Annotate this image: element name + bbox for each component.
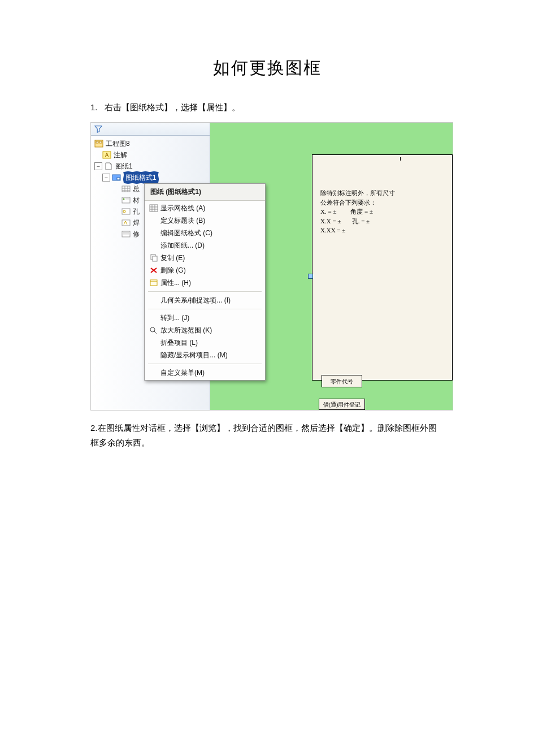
svg-point-21 — [150, 327, 155, 332]
note-token: X. = ± — [320, 208, 336, 215]
menu-collapse[interactable]: 折叠项目 (L) — [145, 336, 265, 349]
menu-item-label: 隐藏/显示树项目... (M) — [160, 351, 259, 360]
hole-table-icon — [121, 208, 131, 215]
table-icon — [121, 185, 131, 193]
properties-icon — [147, 279, 160, 287]
tick-mark — [400, 157, 401, 161]
menu-delete[interactable]: 删除 (G) — [145, 264, 265, 277]
menu-separator — [148, 364, 262, 364]
copy-icon — [147, 254, 160, 262]
menu-item-label: 几何关系/捕捉选项... (I) — [160, 296, 259, 305]
tree-root-label: 工程图8 — [106, 138, 130, 149]
bom-icon — [121, 196, 131, 204]
svg-rect-19 — [153, 256, 157, 261]
document-title: 如何更换图框 — [0, 0, 534, 102]
zoom-icon — [147, 326, 160, 334]
step-1-number: 1. — [90, 102, 98, 112]
menu-separator — [148, 291, 262, 292]
tree-sheet[interactable]: – 图纸1 — [94, 161, 207, 172]
screenshot: 工程图8 A 注解 – 图纸1 – 图纸格式1 总 材 — [90, 122, 453, 411]
tree-toolbar — [91, 123, 210, 136]
context-menu-group: 转到... (J) 放大所选范围 (K) 折叠项目 (L) 隐藏/显示树项目..… — [145, 310, 265, 362]
note-line: X.X = ± 孔. = ± — [320, 217, 445, 226]
context-menu-title: 图纸 (图纸格式1) — [145, 184, 265, 201]
tree-item-label: 材 — [133, 195, 140, 206]
format-icon — [112, 174, 121, 182]
origin-marker — [308, 274, 313, 279]
svg-rect-16 — [123, 234, 129, 235]
menu-hide-show[interactable]: 隐藏/显示树项目... (M) — [145, 349, 265, 361]
tree-item-label: 孔 — [133, 206, 140, 217]
svg-point-9 — [123, 198, 125, 200]
collapse-icon[interactable]: – — [94, 162, 102, 170]
note-line: 除特别标注明外，所有尺寸 — [320, 188, 445, 198]
menu-define-titleblock[interactable]: 定义标题块 (B) — [145, 214, 265, 227]
step-1: 1. 右击【图纸格式】，选择【属性】。 — [90, 102, 534, 113]
context-menu-group: 显示网格线 (A) 定义标题块 (B) 编辑图纸格式 (C) 添加图纸... (… — [145, 201, 265, 290]
svg-rect-10 — [125, 198, 129, 200]
drawing-icon — [94, 140, 103, 148]
menu-add-sheet[interactable]: 添加图纸... (D) — [145, 239, 265, 252]
menu-item-label: 添加图纸... (D) — [160, 241, 259, 250]
menu-zoom-selection[interactable]: 放大所选范围 (K) — [145, 324, 265, 336]
drawing-sheet: 除特别标注明外，所有尺寸 公差符合下列要求： X. = ± 角度 = ± X.X… — [312, 154, 453, 381]
tree-format-label: 图纸格式1 — [123, 171, 159, 184]
tree-item-label: 总 — [133, 183, 140, 195]
context-menu-group: 自定义菜单(M) — [145, 365, 265, 380]
menu-item-label: 复制 (E) — [160, 253, 259, 263]
context-menu: 图纸 (图纸格式1) 显示网格线 (A) 定义标题块 (B) 编辑图纸格式 (C… — [144, 183, 266, 381]
tree-item-label: 修 — [133, 228, 140, 240]
tree-item-label: 焊 — [133, 217, 140, 228]
tree-sheet-label: 图纸1 — [115, 161, 133, 172]
step-2: 2.在图纸属性对话框，选择【浏览】，找到合适的图框，然后选择【确定】。删除除图框… — [90, 421, 444, 450]
titleblock-cell-part-code: 零件代号 — [322, 375, 362, 387]
menu-item-label: 编辑图纸格式 (C) — [160, 228, 259, 238]
svg-rect-2 — [99, 141, 102, 143]
menu-customize[interactable]: 自定义菜单(M) — [145, 366, 265, 379]
svg-rect-15 — [123, 232, 129, 234]
tree-root[interactable]: 工程图8 — [94, 138, 207, 149]
svg-rect-8 — [122, 197, 130, 203]
menu-item-label: 放大所选范围 (K) — [160, 326, 259, 335]
filter-icon[interactable] — [94, 125, 102, 133]
titleblock-cell-borrowed: 借(通)用件登记 — [319, 399, 365, 410]
note-line: 公差符合下列要求： — [320, 198, 445, 208]
menu-item-label: 折叠项目 (L) — [160, 338, 259, 348]
menu-relations[interactable]: 几何关系/捕捉选项... (I) — [145, 294, 265, 306]
grid-icon — [147, 204, 160, 212]
menu-item-label: 定义标题块 (B) — [160, 216, 259, 226]
menu-edit-format[interactable]: 编辑图纸格式 (C) — [145, 227, 265, 239]
note-token: X.X = ± — [320, 218, 341, 224]
rev-table-icon — [121, 230, 131, 238]
svg-rect-6 — [117, 178, 120, 180]
menu-goto[interactable]: 转到... (J) — [145, 312, 265, 324]
tree-annotations[interactable]: A 注解 — [94, 149, 207, 161]
note-token: 角度 = ± — [350, 208, 373, 215]
tree-format-selected[interactable]: – 图纸格式1 — [94, 172, 207, 183]
menu-separator — [148, 309, 262, 309]
step-1-text: 右击【图纸格式】，选择【属性】。 — [105, 102, 240, 112]
tree-annotations-label: 注解 — [114, 149, 127, 161]
svg-rect-1 — [96, 141, 98, 143]
delete-icon — [147, 266, 160, 274]
menu-item-label: 自定义菜单(M) — [160, 368, 259, 378]
menu-show-grid[interactable]: 显示网格线 (A) — [145, 202, 265, 214]
collapse-icon[interactable]: – — [102, 174, 110, 182]
annotation-icon: A — [102, 151, 111, 159]
svg-rect-20 — [150, 280, 157, 286]
note-line: X. = ± 角度 = ± — [320, 207, 445, 217]
menu-item-label: 属性... (H) — [160, 278, 259, 288]
svg-text:A: A — [105, 152, 109, 158]
sheet-icon — [104, 162, 113, 170]
note-token: 孔. = ± — [352, 218, 370, 224]
menu-copy[interactable]: 复制 (E) — [145, 252, 265, 264]
svg-rect-17 — [150, 205, 158, 211]
menu-properties[interactable]: 属性... (H) — [145, 277, 265, 289]
note-line: X.XX = ± — [320, 226, 445, 235]
context-menu-group: 几何关系/捕捉选项... (I) — [145, 293, 265, 308]
menu-item-label: 转到... (J) — [160, 313, 259, 323]
menu-item-label: 显示网格线 (A) — [160, 204, 259, 213]
weld-table-icon — [121, 219, 131, 227]
tolerance-note: 除特别标注明外，所有尺寸 公差符合下列要求： X. = ± 角度 = ± X.X… — [318, 186, 448, 237]
menu-item-label: 删除 (G) — [160, 266, 259, 275]
